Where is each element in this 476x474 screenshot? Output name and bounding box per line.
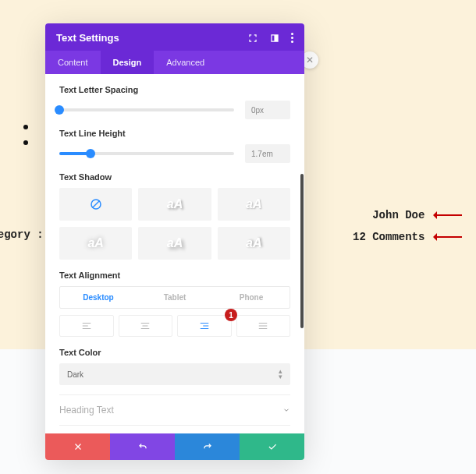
undo-button[interactable] bbox=[110, 433, 175, 460]
device-phone[interactable]: Phone bbox=[213, 287, 290, 308]
text-color-label: Text Color bbox=[59, 348, 290, 357]
align-justify[interactable] bbox=[236, 315, 291, 337]
shadow-presets: aA aA aA aA aA bbox=[59, 188, 290, 260]
accordion-heading-text[interactable]: Heading Text bbox=[59, 394, 290, 425]
meta-labels: John Doe 12 Comments bbox=[353, 209, 462, 243]
text-color-select[interactable]: Dark ▴▾ bbox=[59, 363, 290, 385]
text-shadow-label: Text Shadow bbox=[59, 172, 290, 182]
comments-count: 12 Comments bbox=[353, 231, 424, 243]
align-right[interactable] bbox=[177, 315, 232, 337]
alignment-options: 1 bbox=[59, 315, 290, 337]
decorative-dots bbox=[23, 125, 28, 145]
tab-content[interactable]: Content bbox=[45, 51, 101, 74]
device-tablet[interactable]: Tablet bbox=[137, 287, 213, 308]
expand-icon[interactable] bbox=[247, 33, 258, 44]
tab-design[interactable]: Design bbox=[101, 51, 155, 74]
modal-tabs: Content Design Advanced bbox=[45, 51, 304, 74]
shadow-none[interactable] bbox=[59, 188, 132, 221]
svg-line-1 bbox=[92, 201, 99, 208]
line-height-label: Text Line Height bbox=[59, 129, 290, 138]
text-settings-modal: Text Settings Content Design Advanced Te… bbox=[45, 23, 304, 460]
redo-button[interactable] bbox=[175, 433, 240, 460]
letter-spacing-label: Text Letter Spacing bbox=[59, 85, 290, 94]
shadow-preset-1[interactable]: aA bbox=[138, 188, 211, 221]
panel-icon[interactable] bbox=[269, 33, 280, 44]
author-name: John Doe bbox=[372, 209, 424, 221]
device-tabs: Desktop Tablet Phone bbox=[59, 286, 290, 309]
letter-spacing-slider[interactable] bbox=[59, 108, 234, 111]
align-center[interactable] bbox=[119, 315, 173, 337]
redo-icon bbox=[202, 441, 213, 452]
modal-title: Text Settings bbox=[56, 32, 119, 44]
device-desktop[interactable]: Desktop bbox=[60, 287, 137, 308]
tab-advanced[interactable]: Advanced bbox=[154, 51, 217, 74]
letter-spacing-value[interactable]: 0px bbox=[245, 101, 290, 119]
save-button[interactable] bbox=[240, 433, 304, 460]
more-menu-icon[interactable] bbox=[291, 33, 293, 43]
text-color-value: Dark bbox=[67, 370, 83, 379]
alignment-label: Text Alignment bbox=[59, 271, 290, 280]
alignment-badge: 1 bbox=[225, 309, 237, 321]
line-height-value[interactable]: 1.7em bbox=[245, 144, 290, 163]
align-left[interactable] bbox=[59, 315, 114, 337]
none-icon bbox=[89, 197, 103, 211]
select-caret-icon: ▴▾ bbox=[279, 369, 282, 380]
shadow-preset-4[interactable]: aA bbox=[138, 227, 211, 260]
shadow-preset-5[interactable]: aA bbox=[218, 227, 290, 260]
accordion-label: Heading Text bbox=[59, 405, 114, 416]
arrow-icon bbox=[434, 236, 462, 238]
accordion-sizing[interactable]: Sizing bbox=[59, 425, 290, 433]
modal-header: Text Settings Content Design Advanced bbox=[45, 23, 304, 74]
modal-footer bbox=[45, 433, 304, 460]
check-icon bbox=[267, 441, 278, 452]
chevron-down-icon bbox=[282, 406, 290, 414]
scrollbar-thumb[interactable] bbox=[300, 174, 304, 328]
arrow-icon bbox=[434, 214, 462, 216]
shadow-preset-2[interactable]: aA bbox=[218, 188, 290, 221]
modal-body: Text Letter Spacing 0px Text Line Height… bbox=[45, 74, 304, 433]
cancel-button[interactable] bbox=[45, 433, 110, 460]
undo-icon bbox=[137, 441, 148, 452]
close-icon bbox=[73, 441, 83, 452]
line-height-slider[interactable] bbox=[59, 152, 234, 155]
category-label: ategory : bbox=[0, 228, 44, 241]
shadow-preset-3[interactable]: aA bbox=[59, 227, 132, 260]
